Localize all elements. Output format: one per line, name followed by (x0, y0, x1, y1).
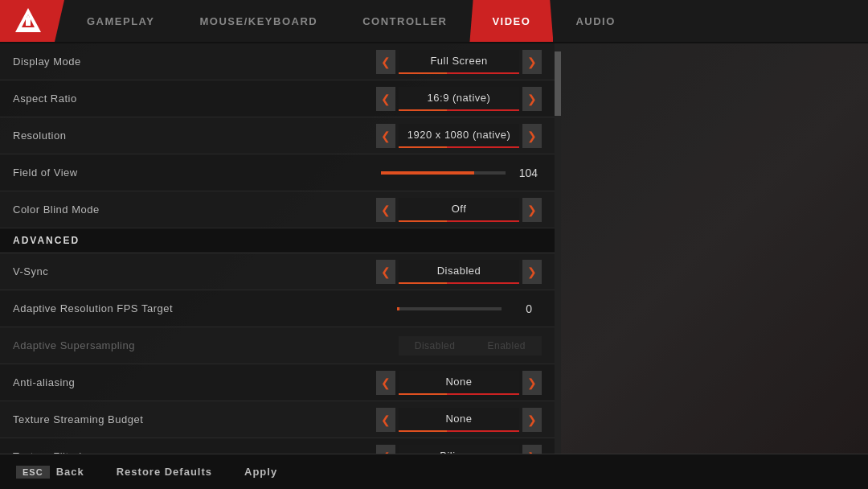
resolution-prev[interactable]: ❮ (376, 124, 395, 148)
color-blind-next[interactable]: ❯ (522, 198, 542, 222)
bottom-bar: ESC Back Restore Defaults Apply (0, 454, 868, 489)
fov-control: 104 (381, 166, 542, 179)
texture-filtering-row: Texture Filtering ❮ Bilinear ❯ (0, 438, 555, 454)
anti-aliasing-label: Anti-aliasing (13, 376, 376, 388)
fov-row: Field of View 104 (0, 154, 555, 191)
aspect-ratio-next[interactable]: ❯ (522, 87, 542, 111)
adaptive-res-track (397, 307, 502, 310)
color-blind-value: Off (399, 198, 519, 222)
top-navigation: GAMEPLAY MOUSE/KEYBOARD CONTROLLER VIDEO… (0, 0, 868, 43)
vsync-row: V-Sync ❮ Disabled ❯ (0, 253, 555, 290)
scrollbar[interactable] (555, 43, 561, 454)
fov-value: 104 (514, 166, 538, 179)
resolution-value: 1920 x 1080 (native) (399, 124, 519, 148)
adaptive-supersampling-toggle: Disabled Enabled (399, 336, 542, 355)
display-mode-row: Display Mode ❮ Full Screen ❯ (0, 43, 555, 80)
adaptive-supersampling-control: Disabled Enabled (399, 336, 542, 355)
texture-filtering-value: Bilinear (399, 445, 519, 454)
fov-track (381, 171, 506, 175)
fov-label: Field of View (13, 166, 381, 179)
vsync-label: V-Sync (13, 265, 376, 277)
texture-filtering-next[interactable]: ❯ (522, 445, 542, 454)
logo-area (0, 0, 64, 42)
main-content: Display Mode ❮ Full Screen ❯ Aspect Rati… (0, 43, 868, 454)
adaptive-supersampling-row: Adaptive Supersampling Disabled Enabled (0, 327, 555, 364)
display-mode-control: ❮ Full Screen ❯ (376, 50, 542, 74)
tab-mouse-keyboard[interactable]: MOUSE/KEYBOARD (177, 0, 340, 42)
advanced-section-header: ADVANCED (0, 228, 555, 253)
display-mode-next[interactable]: ❯ (522, 50, 542, 74)
display-mode-prev[interactable]: ❮ (376, 50, 395, 74)
resolution-row: Resolution ❮ 1920 x 1080 (native) ❯ (0, 117, 555, 154)
esc-key-badge: ESC (16, 466, 50, 479)
tab-gameplay[interactable]: GAMEPLAY (64, 0, 177, 42)
resolution-label: Resolution (13, 129, 376, 142)
vsync-value: Disabled (399, 260, 519, 284)
tab-audio[interactable]: AUDIO (553, 0, 637, 42)
aspect-ratio-label: Aspect Ratio (13, 92, 376, 105)
back-action[interactable]: ESC Back (16, 466, 84, 479)
anti-aliasing-row: Anti-aliasing ❮ None ❯ (0, 364, 555, 401)
adaptive-res-value: 0 (508, 302, 532, 315)
right-panel (561, 43, 868, 454)
tab-controller[interactable]: CONTROLLER (340, 0, 469, 42)
texture-filtering-prev[interactable]: ❮ (376, 445, 395, 454)
adaptive-supersampling-label: Adaptive Supersampling (13, 339, 399, 351)
aspect-ratio-prev[interactable]: ❮ (376, 87, 395, 111)
apply-action[interactable]: Apply (244, 466, 277, 478)
anti-aliasing-value: None (399, 371, 519, 395)
color-blind-prev[interactable]: ❮ (376, 198, 395, 222)
texture-streaming-control: ❮ None ❯ (376, 408, 542, 432)
anti-aliasing-next[interactable]: ❯ (522, 371, 542, 395)
adaptive-res-row: Adaptive Resolution FPS Target 0 (0, 290, 555, 327)
restore-defaults-action[interactable]: Restore Defaults (117, 466, 212, 478)
anti-aliasing-control: ❮ None ❯ (376, 371, 542, 395)
adaptive-res-slider[interactable]: 0 (397, 302, 542, 315)
color-blind-label: Color Blind Mode (13, 203, 376, 216)
resolution-next[interactable]: ❯ (522, 124, 542, 148)
resolution-control: ❮ 1920 x 1080 (native) ❯ (376, 124, 542, 148)
display-mode-label: Display Mode (13, 55, 376, 68)
adaptive-res-control: 0 (397, 302, 542, 315)
vsync-prev[interactable]: ❮ (376, 260, 395, 284)
texture-streaming-value: None (399, 408, 519, 432)
fov-fill (381, 171, 474, 175)
nav-tabs: GAMEPLAY MOUSE/KEYBOARD CONTROLLER VIDEO… (64, 0, 868, 42)
texture-streaming-label: Texture Streaming Budget (13, 413, 376, 425)
aspect-ratio-value: 16:9 (native) (399, 87, 519, 111)
apex-logo-icon (12, 5, 44, 37)
adaptive-supersampling-enabled: Enabled (471, 336, 542, 355)
aspect-ratio-row: Aspect Ratio ❮ 16:9 (native) ❯ (0, 80, 555, 117)
texture-streaming-next[interactable]: ❯ (522, 408, 542, 432)
back-label: Back (56, 466, 84, 478)
restore-defaults-label: Restore Defaults (117, 466, 212, 478)
display-mode-value: Full Screen (399, 50, 519, 74)
anti-aliasing-prev[interactable]: ❮ (376, 371, 395, 395)
fov-slider[interactable]: 104 (381, 166, 542, 179)
adaptive-supersampling-disabled: Disabled (399, 336, 472, 355)
tab-video[interactable]: VIDEO (469, 0, 553, 42)
adaptive-res-fill (397, 307, 399, 310)
adaptive-res-label: Adaptive Resolution FPS Target (13, 302, 397, 314)
color-blind-control: ❮ Off ❯ (376, 198, 542, 222)
aspect-ratio-control: ❮ 16:9 (native) ❯ (376, 87, 542, 111)
apply-label: Apply (244, 466, 277, 478)
texture-streaming-row: Texture Streaming Budget ❮ None ❯ (0, 401, 555, 438)
vsync-control: ❮ Disabled ❯ (376, 260, 542, 284)
color-blind-row: Color Blind Mode ❮ Off ❯ (0, 191, 555, 228)
texture-streaming-prev[interactable]: ❮ (376, 408, 395, 432)
vsync-next[interactable]: ❯ (522, 260, 542, 284)
scrollbar-thumb[interactable] (555, 51, 561, 116)
texture-filtering-control: ❮ Bilinear ❯ (376, 445, 542, 454)
settings-panel: Display Mode ❮ Full Screen ❯ Aspect Rati… (0, 43, 555, 454)
